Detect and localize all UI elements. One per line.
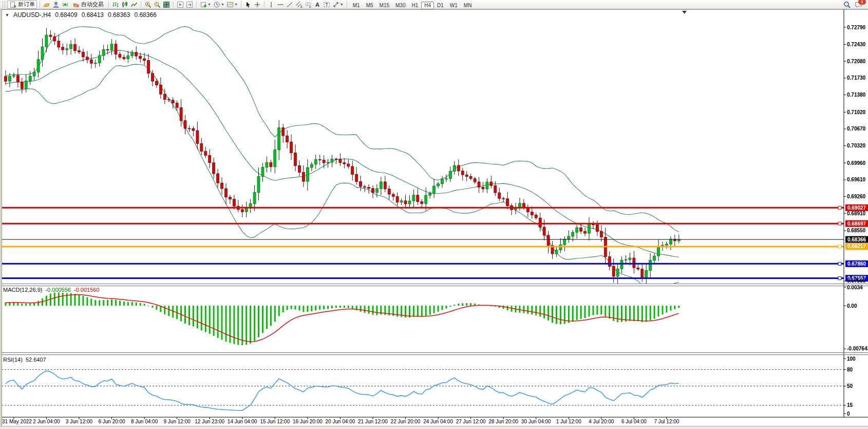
macd-histogram-bar — [527, 306, 529, 314]
macd-histogram-bar — [282, 306, 284, 312]
timeframe-H1-button[interactable]: H1 — [408, 2, 421, 9]
community-button[interactable] — [52, 1, 60, 8]
candle-bearish — [351, 166, 354, 175]
macd-histogram-bar — [352, 306, 353, 309]
timeframe-W1-button[interactable]: W1 — [447, 2, 461, 9]
crosshair-button[interactable] — [253, 1, 261, 8]
templates-button[interactable]: ▼ — [226, 1, 238, 8]
zoom-in-button[interactable] — [144, 1, 152, 8]
candlestick-chart-icon — [121, 1, 128, 8]
macd-histogram-bar — [613, 306, 614, 321]
notifications-button[interactable]: 1 — [855, 1, 862, 8]
candlestick-chart-button[interactable] — [121, 1, 129, 8]
candle-bearish — [115, 44, 117, 54]
candle-bearish — [355, 174, 358, 181]
trendline-button[interactable] — [286, 1, 294, 8]
chart-canvas[interactable]: 0.690270.686970.683660.682170.678600.675… — [0, 0, 868, 429]
macd-histogram-bar — [335, 306, 337, 308]
candle-bullish — [45, 35, 48, 47]
timeframe-M5-button[interactable]: M5 — [363, 2, 376, 9]
timeframe-M1-button[interactable]: M1 — [350, 2, 363, 9]
zoom-out-button[interactable] — [153, 1, 161, 8]
candle-bearish — [5, 77, 7, 81]
timeframe-MN-button[interactable]: MN — [461, 2, 475, 9]
profiles-button[interactable]: ▼ — [213, 1, 225, 8]
market-button[interactable] — [43, 1, 51, 8]
line-chart-button[interactable] — [130, 1, 138, 8]
search-icon[interactable] — [843, 1, 851, 8]
macd-histogram-bar — [600, 306, 602, 314]
macd-histogram-bar — [37, 301, 39, 306]
candle-bullish — [41, 47, 44, 60]
timeframe-H4-button[interactable]: H4 — [421, 2, 434, 9]
new-order-button[interactable]: 新订单 — [7, 0, 37, 9]
macd-histogram-bar — [519, 306, 520, 313]
candle-bullish — [453, 165, 456, 171]
axis-label: 16 Jun 20:00 — [293, 419, 323, 424]
macd-histogram-bar — [646, 306, 647, 322]
cursor-button[interactable] — [244, 1, 252, 8]
equidistant-channel-button[interactable]: E — [295, 1, 303, 8]
candle-bullish — [400, 201, 403, 202]
candle-bullish — [563, 239, 566, 245]
macd-panel — [5, 292, 680, 345]
macd-histogram-bar — [270, 306, 272, 326]
bar-chart-button[interactable] — [111, 1, 120, 8]
macd-histogram-bar — [254, 306, 255, 341]
candle-bearish — [53, 36, 56, 41]
level-handle[interactable] — [838, 206, 841, 209]
candle-bearish — [200, 143, 203, 151]
macd-histogram-bar — [21, 304, 23, 306]
macd-histogram-bar — [144, 304, 145, 306]
level-handle[interactable] — [838, 245, 841, 248]
auto-trading-button[interactable]: 自动交易 — [70, 0, 106, 9]
candle-bearish — [302, 172, 305, 181]
macd-histogram-bar — [86, 297, 88, 306]
signals-button[interactable] — [61, 1, 69, 8]
level-handle[interactable] — [838, 277, 841, 280]
macd-histogram-bar — [466, 303, 467, 306]
candle-bearish — [531, 212, 533, 215]
auto-scroll-button[interactable] — [176, 1, 184, 8]
macd-histogram-bar — [250, 306, 251, 344]
macd-histogram-bar — [140, 303, 141, 306]
candle-bullish — [445, 179, 448, 179]
timeframe-D1-button[interactable]: D1 — [434, 2, 447, 9]
axis-label: 27 Jun 12:00 — [456, 419, 486, 424]
chart-shift-marker[interactable] — [682, 11, 687, 14]
arrows-button[interactable]: ▼ — [332, 1, 344, 8]
level-handle[interactable] — [838, 262, 841, 265]
timeframe-M30-button[interactable]: M30 — [392, 2, 408, 9]
candle-bearish — [106, 49, 109, 50]
vertical-line-button[interactable] — [267, 1, 275, 8]
candle-bullish — [110, 44, 113, 50]
price-axis[interactable]: 0.727900.724300.720800.717300.713800.710… — [844, 9, 868, 417]
candle-bearish — [596, 225, 598, 232]
candle-bearish — [192, 128, 195, 130]
macd-value: -0.000556 — [45, 287, 71, 293]
separator — [40, 1, 40, 8]
level-handle[interactable] — [838, 222, 841, 225]
text-button[interactable]: A — [313, 1, 322, 8]
macd-histogram-bar — [148, 306, 149, 306]
candle-bullish — [657, 247, 660, 256]
toolbar-grip[interactable] — [3, 1, 5, 8]
text-label-button[interactable]: T — [323, 1, 331, 8]
symbol-dropdown-icon[interactable]: ▼ — [5, 13, 9, 17]
new-chart-button[interactable]: ▼ — [199, 1, 212, 8]
fibonacci-button[interactable]: F — [304, 1, 312, 8]
candle-bearish — [543, 227, 545, 235]
candle-bearish — [372, 189, 374, 193]
macd-histogram-bar — [229, 306, 231, 343]
macd-histogram-bar — [323, 306, 325, 309]
new-order-label: 新订单 — [18, 1, 35, 8]
time-axis[interactable]: 31 May 20222 Jun 04:003 Jun 12:006 Jun 2… — [2, 417, 868, 424]
chart-shift-button[interactable] — [185, 1, 194, 8]
tile-windows-button[interactable] — [162, 1, 171, 8]
horizontal-line-button[interactable] — [276, 1, 285, 8]
timeframe-M15-button[interactable]: M15 — [376, 2, 392, 9]
candle-bearish — [469, 176, 472, 178]
fibonacci-icon: F — [305, 1, 312, 8]
macd-histogram-bar — [658, 306, 659, 316]
svg-text:T: T — [325, 2, 328, 7]
